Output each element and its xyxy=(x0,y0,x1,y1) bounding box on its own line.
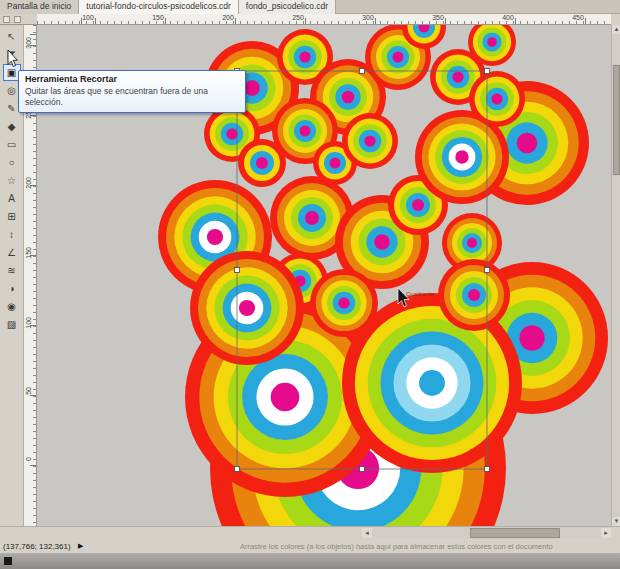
scroll-left-icon[interactable]: ◂ xyxy=(362,528,372,538)
status-bar: (137,766; 132,361) ▶ Arrastre los colore… xyxy=(0,539,620,553)
bottom-scroll-row: « ‹ 1 de 1 › » ▦ Página 1 ◂ ▸ xyxy=(0,526,620,539)
hruler-label: 150 xyxy=(152,14,164,21)
status-expand-button[interactable]: ▶ xyxy=(78,542,83,550)
ellipse-tool[interactable]: ○ xyxy=(3,154,21,171)
eyedropper-tool[interactable]: ◑ xyxy=(3,280,21,297)
hruler-label: 100 xyxy=(82,14,94,21)
vruler-label: 300 xyxy=(25,37,32,49)
outline-pen-tool[interactable]: ◉ xyxy=(3,298,21,315)
tab-tutorial-fondo-circulos[interactable]: tutorial-fondo-circulos-psicodelicos.cdr xyxy=(79,0,239,14)
window-footer xyxy=(0,553,620,569)
hruler-label: 200 xyxy=(222,14,234,21)
connector-tool[interactable]: ∠ xyxy=(3,244,21,261)
vruler-label: 50 xyxy=(25,387,32,395)
hruler-label: 450 xyxy=(572,14,584,21)
scroll-up-icon[interactable]: ▲ xyxy=(612,25,620,34)
pick-tool[interactable]: ↖ xyxy=(3,28,21,45)
vscroll-thumb[interactable] xyxy=(613,65,620,175)
scroll-down-icon[interactable]: ▼ xyxy=(612,517,620,526)
cursor-coordinates: (137,766; 132,361) xyxy=(3,542,71,551)
rectangle-tool[interactable]: ▭ xyxy=(3,136,21,153)
ruler-units-icon xyxy=(14,16,21,23)
horizontal-ruler[interactable]: 100150200250300350400450 xyxy=(37,14,611,25)
document-palette-hint: Arrastre los colores (a los objetos) has… xyxy=(240,542,610,551)
vertical-scrollbar[interactable]: ▲ ▼ xyxy=(611,25,620,526)
ruler-origin-icon xyxy=(3,16,10,23)
document-tabs: Pantalla de inicio tutorial-fondo-circul… xyxy=(0,0,620,14)
polygon-tool[interactable]: ☆ xyxy=(3,172,21,189)
smart-fill-tool[interactable]: ◆ xyxy=(3,118,21,135)
hruler-label: 350 xyxy=(432,14,444,21)
hruler-label: 250 xyxy=(292,14,304,21)
fill-tool[interactable]: ▨ xyxy=(3,316,21,333)
vruler-label: 200 xyxy=(25,177,32,189)
footer-square-icon xyxy=(4,557,12,565)
horizontal-scrollbar[interactable]: ◂ ▸ xyxy=(362,527,611,539)
hruler-label: 400 xyxy=(502,14,514,21)
coreldraw-window: Pantalla de inicio tutorial-fondo-circul… xyxy=(0,0,620,569)
hscroll-thumb[interactable] xyxy=(470,528,560,538)
vruler-label: 0 xyxy=(25,457,32,461)
tab-pantalla-de-inicio[interactable]: Pantalla de inicio xyxy=(0,0,79,14)
shape-tool[interactable]: ◤ xyxy=(3,46,21,63)
tooltip-title: Herramienta Recortar xyxy=(25,74,239,84)
hruler-minor-ticks xyxy=(37,21,611,24)
vruler-label: 100 xyxy=(25,317,32,329)
hruler-label: 300 xyxy=(362,14,374,21)
dimension-tool[interactable]: ↕ xyxy=(3,226,21,243)
tab-fondo-psicodelico[interactable]: fondo_psicodelico.cdr xyxy=(239,0,336,14)
text-tool[interactable]: A xyxy=(3,190,21,207)
blend-tool[interactable]: ≋ xyxy=(3,262,21,279)
ruler-origin-corner xyxy=(0,14,37,25)
table-tool[interactable]: ⊞ xyxy=(3,208,21,225)
tooltip-body: Quitar las áreas que se encuentran fuera… xyxy=(25,86,239,107)
vruler-label: 150 xyxy=(25,247,32,259)
crop-tool-tooltip: Herramienta Recortar Quitar las áreas qu… xyxy=(18,70,246,113)
scroll-right-icon[interactable]: ▸ xyxy=(601,528,611,538)
